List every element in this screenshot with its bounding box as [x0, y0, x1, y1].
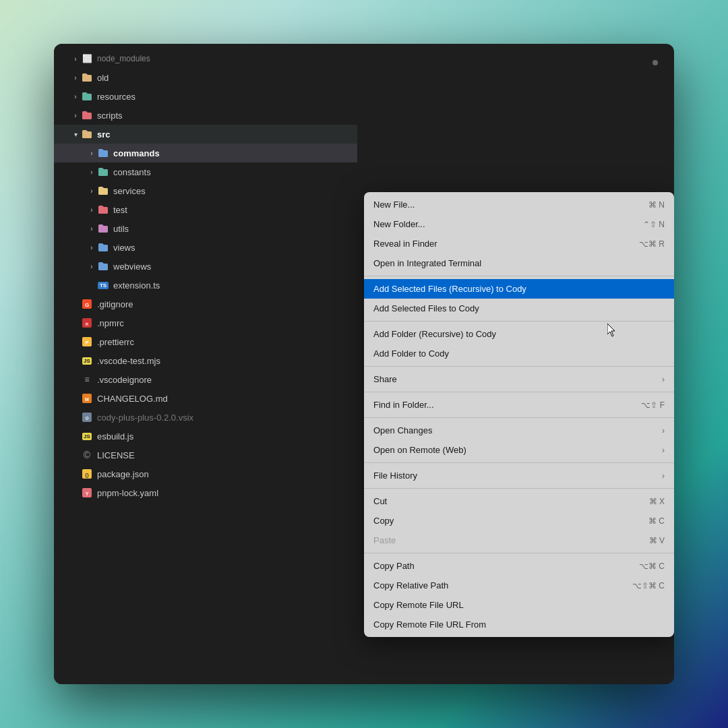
- menu-item-share[interactable]: Share ›: [364, 369, 674, 389]
- chevron-views: [86, 242, 97, 253]
- file-icon-pnpm-lock: Y: [81, 487, 93, 499]
- tree-item-test[interactable]: test: [54, 200, 357, 219]
- menu-label-copy: Copy: [373, 516, 394, 526]
- menu-item-cut[interactable]: Cut ⌘ X: [364, 491, 674, 511]
- menu-label-add-folder: Add Folder to Cody: [373, 348, 449, 359]
- file-icon-npmrc: n: [81, 317, 93, 329]
- file-icon-vscodeignore: ≡: [81, 373, 93, 386]
- menu-item-open-remote[interactable]: Open on Remote (Web) ›: [364, 440, 674, 460]
- label-scripts: scripts: [97, 111, 123, 121]
- separator-8: [364, 553, 674, 553]
- tree-item-cody-vsix[interactable]: ⚙ cody-plus-plus-0.2.0.vsix: [54, 408, 357, 427]
- shortcut-cut: ⌘ X: [649, 497, 665, 506]
- menu-item-paste[interactable]: Paste ⌘ V: [364, 530, 674, 550]
- file-icon-changelog: M: [81, 392, 93, 404]
- tree-item-vscodeignore[interactable]: ≡ .vscodeignore: [54, 370, 357, 389]
- menu-item-new-folder[interactable]: New Folder... ⌃⇧ N: [364, 214, 674, 234]
- label-cody-vsix: cody-plus-plus-0.2.0.vsix: [97, 413, 193, 423]
- menu-label-copy-path: Copy Path: [373, 561, 415, 571]
- menu-item-add-selected[interactable]: Add Selected Files to Cody: [364, 299, 674, 318]
- svg-text:G: G: [85, 302, 89, 308]
- label-node-modules: node_modules: [97, 54, 150, 63]
- shortcut-new-file: ⌘ N: [648, 200, 665, 210]
- tree-item-scripts[interactable]: scripts: [54, 106, 357, 125]
- menu-label-copy-remote-url-from: Copy Remote File URL From: [373, 619, 486, 630]
- menu-label-share: Share: [373, 374, 397, 384]
- window-dot: [653, 60, 658, 65]
- chevron-services: [86, 185, 97, 196]
- label-test: test: [113, 205, 127, 215]
- tree-item-resources[interactable]: resources: [54, 87, 357, 106]
- menu-item-copy-relative-path[interactable]: Copy Relative Path ⌥⇧⌘ C: [364, 576, 674, 595]
- menu-label-open-terminal: Open in Integrated Terminal: [373, 258, 481, 268]
- menu-label-file-history: File History: [373, 471, 417, 481]
- menu-item-file-history[interactable]: File History ›: [364, 466, 674, 485]
- label-license: LICENSE: [97, 450, 135, 460]
- menu-label-copy-relative-path: Copy Relative Path: [373, 580, 448, 590]
- chevron-old: [70, 72, 81, 83]
- file-icon-package-json: {}: [81, 468, 93, 480]
- menu-label-cut: Cut: [373, 496, 387, 506]
- chevron-utils: [86, 223, 97, 234]
- chevron-commands: [86, 148, 97, 158]
- arrow-open-changes: ›: [662, 426, 665, 435]
- tree-item-constants[interactable]: constants: [54, 162, 357, 181]
- menu-label-copy-remote-url: Copy Remote File URL: [373, 600, 464, 610]
- svg-text:Y: Y: [86, 491, 89, 496]
- svg-text:M: M: [85, 397, 89, 402]
- tree-item-npmrc[interactable]: n .npmrc: [54, 313, 357, 332]
- tree-item-esbuild[interactable]: JS esbuild.js: [54, 427, 357, 446]
- tree-item-old[interactable]: old: [54, 68, 357, 87]
- label-npmrc: .npmrc: [97, 318, 124, 328]
- menu-item-reveal-finder[interactable]: Reveal in Finder ⌥⌘ R: [364, 234, 674, 253]
- menu-item-open-changes[interactable]: Open Changes ›: [364, 421, 674, 440]
- menu-item-copy-remote-url[interactable]: Copy Remote File URL: [364, 595, 674, 615]
- tree-item-services[interactable]: services: [54, 181, 357, 200]
- menu-item-copy-remote-url-from[interactable]: Copy Remote File URL From: [364, 615, 674, 634]
- menu-item-add-folder[interactable]: Add Folder to Cody: [364, 344, 674, 363]
- menu-item-add-folder-recursive[interactable]: Add Folder (Recursive) to Cody: [364, 324, 674, 344]
- tree-item-changelog[interactable]: M CHANGELOG.md: [54, 389, 357, 408]
- tree-item-src[interactable]: src: [54, 125, 357, 144]
- menu-item-new-file[interactable]: New File... ⌘ N: [364, 195, 674, 214]
- label-vscode-test: .vscode-test.mjs: [97, 356, 160, 366]
- chevron-webviews: [86, 261, 97, 272]
- label-src: src: [97, 129, 111, 140]
- menu-item-copy-path[interactable]: Copy Path ⌥⌘ C: [364, 556, 674, 576]
- tree-item-package-json[interactable]: {} package.json: [54, 464, 357, 483]
- tree-item-utils[interactable]: utils: [54, 219, 357, 238]
- tree-item-license[interactable]: © LICENSE: [54, 446, 357, 464]
- menu-label-new-file: New File...: [373, 200, 415, 210]
- tree-item-vscode-test[interactable]: JS .vscode-test.mjs: [54, 351, 357, 370]
- svg-text:⚙: ⚙: [85, 416, 89, 421]
- tree-item-gitignore[interactable]: G .gitignore: [54, 295, 357, 313]
- menu-item-add-selected-recursive[interactable]: Add Selected Files (Recursive) to Cody: [364, 279, 674, 299]
- folder-icon-constants: [97, 166, 109, 178]
- svg-text:n: n: [86, 322, 88, 326]
- label-constants: constants: [113, 167, 151, 177]
- menu-item-find-in-folder[interactable]: Find in Folder... ⌥⇧ F: [364, 395, 674, 415]
- tree-item-pnpm-lock[interactable]: Y pnpm-lock.yaml: [54, 483, 357, 502]
- file-icon-gitignore: G: [81, 298, 93, 310]
- arrow-file-history: ›: [662, 471, 665, 481]
- menu-item-copy[interactable]: Copy ⌘ C: [364, 511, 674, 530]
- folder-icon-resources: [81, 90, 93, 102]
- folder-icon-views: [97, 241, 109, 253]
- label-commands: commands: [113, 148, 160, 158]
- chevron-test: [86, 204, 97, 215]
- shortcut-find-in-folder: ⌥⇧ F: [641, 400, 665, 410]
- tree-item-commands[interactable]: commands: [54, 144, 357, 162]
- tree-item-node-modules[interactable]: ⬜ node_modules: [54, 49, 357, 68]
- tree-item-views[interactable]: views: [54, 238, 357, 257]
- label-pnpm-lock: pnpm-lock.yaml: [97, 488, 158, 498]
- label-package-json: package.json: [97, 469, 149, 479]
- tree-item-prettierrc[interactable]: P .prettierrc: [54, 332, 357, 351]
- menu-item-open-terminal[interactable]: Open in Integrated Terminal: [364, 253, 674, 273]
- menu-label-add-selected: Add Selected Files to Cody: [373, 303, 479, 313]
- folder-icon-old: [81, 71, 93, 84]
- tree-item-extension-ts[interactable]: TS extension.ts: [54, 276, 357, 295]
- label-webviews: webviews: [113, 262, 151, 272]
- tree-item-webviews[interactable]: webviews: [54, 257, 357, 276]
- file-icon-vscode-test: JS: [81, 355, 93, 367]
- label-esbuild: esbuild.js: [97, 431, 133, 442]
